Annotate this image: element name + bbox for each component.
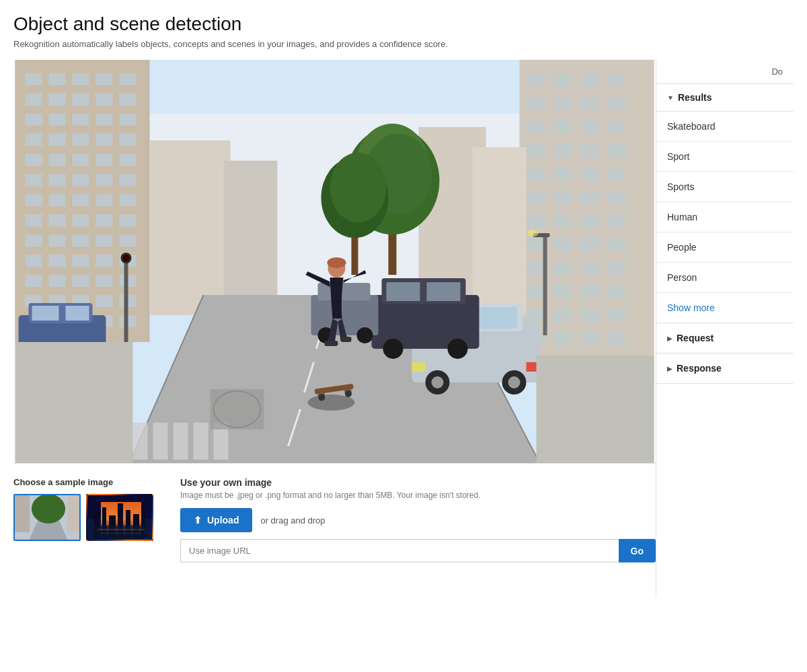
svg-rect-111: [527, 308, 545, 322]
show-more-link[interactable]: Show more: [656, 293, 794, 323]
svg-rect-39: [120, 194, 137, 206]
svg-rect-74: [607, 73, 626, 87]
sample-thumbs: [13, 494, 153, 541]
svg-rect-51: [49, 255, 66, 267]
svg-rect-35: [26, 194, 42, 206]
svg-point-183: [383, 339, 404, 359]
svg-rect-25: [26, 154, 42, 166]
svg-rect-36: [49, 194, 66, 206]
right-panel: Do ▼ Results Skateboard Sport Sports Hum…: [656, 60, 794, 597]
svg-rect-26: [49, 154, 66, 166]
sample-thumb-1[interactable]: [13, 494, 81, 541]
svg-rect-6: [49, 73, 66, 85]
svg-rect-76: [553, 97, 572, 110]
svg-rect-43: [96, 214, 113, 226]
svg-rect-17: [73, 114, 89, 126]
svg-rect-11: [49, 93, 66, 106]
upload-button[interactable]: ⬆ Upload: [180, 508, 252, 532]
svg-rect-56: [49, 275, 66, 287]
svg-rect-19: [120, 114, 137, 126]
drag-drop-text: or drag and drop: [260, 515, 325, 526]
results-header[interactable]: ▼ Results: [656, 84, 794, 112]
svg-point-213: [32, 495, 65, 523]
svg-rect-32: [73, 174, 89, 186]
sample-thumb-2[interactable]: [86, 494, 153, 541]
svg-rect-99: [527, 238, 545, 251]
svg-rect-86: [607, 144, 626, 157]
svg-rect-203: [124, 261, 128, 342]
request-chevron-right-icon: ▶: [667, 335, 672, 342]
svg-rect-44: [120, 214, 137, 226]
svg-rect-58: [96, 275, 113, 287]
svg-rect-20: [26, 134, 42, 146]
page-wrapper: Object and scene detection Rekognition a…: [0, 0, 807, 597]
own-image-subtitle: Image must be .jpeg or .png format and n…: [180, 491, 656, 500]
result-label-person: Person: [667, 272, 697, 283]
svg-point-188: [357, 327, 373, 343]
svg-rect-96: [553, 214, 572, 228]
svg-rect-27: [73, 154, 89, 166]
main-content: Choose a sample image: [13, 60, 794, 597]
svg-rect-200: [537, 355, 654, 463]
svg-rect-147: [32, 306, 59, 321]
svg-rect-114: [607, 308, 626, 322]
svg-rect-77: [580, 97, 599, 110]
sample-images-title: Choose a sample image: [13, 477, 153, 487]
svg-rect-72: [553, 73, 572, 87]
svg-rect-29: [120, 154, 137, 166]
svg-rect-47: [73, 235, 89, 247]
upload-label: Upload: [207, 515, 239, 526]
response-header[interactable]: ▶ Response: [656, 353, 794, 383]
svg-rect-57: [73, 275, 89, 287]
svg-rect-101: [580, 238, 599, 251]
svg-rect-50: [26, 255, 42, 267]
svg-rect-37: [73, 194, 89, 206]
svg-point-132: [330, 153, 387, 222]
svg-rect-81: [580, 120, 599, 134]
svg-rect-226: [101, 533, 141, 534]
svg-point-174: [432, 376, 444, 388]
svg-rect-211: [15, 495, 30, 532]
svg-rect-95: [527, 214, 545, 228]
svg-rect-110: [607, 285, 626, 298]
svg-rect-41: [49, 214, 66, 226]
svg-rect-102: [607, 238, 626, 251]
svg-rect-52: [73, 255, 89, 267]
svg-rect-143: [194, 423, 208, 460]
response-section: ▶ Response: [656, 353, 794, 384]
result-item-sport: Sport: [656, 142, 794, 172]
svg-rect-177: [412, 362, 426, 372]
svg-rect-79: [527, 120, 545, 134]
svg-rect-100: [553, 238, 572, 251]
svg-rect-83: [527, 144, 545, 157]
result-item-human: Human: [656, 202, 794, 233]
svg-rect-12: [73, 93, 89, 106]
upload-icon: ⬆: [194, 515, 202, 526]
page-subtitle: Rekognition automatically labels objects…: [13, 39, 794, 49]
go-button[interactable]: Go: [619, 539, 656, 562]
sample-images-section: Choose a sample image: [13, 477, 153, 562]
svg-rect-116: [553, 332, 572, 345]
url-input[interactable]: [180, 539, 619, 562]
svg-rect-49: [120, 235, 137, 247]
svg-rect-42: [73, 214, 89, 226]
svg-rect-14: [120, 93, 137, 106]
own-image-section: Use your own image Image must be .jpeg o…: [180, 477, 656, 562]
result-label-human: Human: [667, 212, 697, 222]
svg-point-208: [528, 230, 539, 237]
panel-header-do: Do: [656, 60, 794, 84]
bottom-section: Choose a sample image: [13, 463, 656, 576]
svg-point-196: [328, 257, 346, 268]
svg-rect-82: [607, 120, 626, 134]
svg-rect-87: [527, 167, 545, 181]
own-image-title: Use your own image: [180, 477, 656, 488]
svg-point-176: [508, 376, 521, 388]
request-header[interactable]: ▶ Request: [656, 323, 794, 353]
svg-rect-206: [543, 235, 547, 335]
svg-rect-40: [26, 214, 42, 226]
svg-rect-98: [607, 214, 626, 228]
upload-row: ⬆ Upload or drag and drop: [180, 508, 656, 532]
svg-rect-80: [553, 120, 572, 134]
svg-rect-15: [26, 114, 42, 126]
svg-rect-33: [96, 174, 113, 186]
